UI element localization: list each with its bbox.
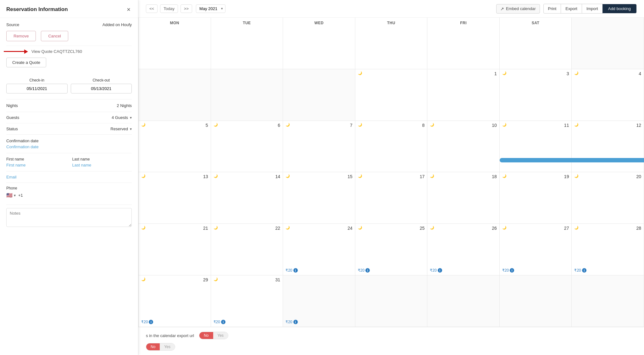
cal-cell-15[interactable]: 🌙 15 xyxy=(283,172,355,224)
price-info-icon[interactable]: i xyxy=(438,268,442,273)
price-info-icon[interactable]: i xyxy=(293,320,298,324)
remove-button[interactable]: Remove xyxy=(6,31,36,41)
status-select[interactable]: Reserved ▾ xyxy=(110,127,132,131)
day-num: 29 xyxy=(203,277,208,282)
cal-cell-28[interactable]: 🌙28 ₹20i xyxy=(572,224,644,275)
cal-cell-31[interactable]: 🌙31 ₹20i xyxy=(211,275,283,327)
action-group: Print Export Import Add booking xyxy=(544,4,636,14)
toggle2-no-button[interactable]: No xyxy=(146,343,160,350)
day-num: 10 xyxy=(492,123,497,128)
nav-group: << Today >> xyxy=(146,4,192,13)
cal-cell-8[interactable]: 🌙 8 xyxy=(355,121,428,172)
night-icon: 🌙 xyxy=(574,226,579,230)
nav-next-button[interactable]: >> xyxy=(180,4,192,13)
cell-top: 🌙 10 xyxy=(430,123,497,128)
toggle1-yes-button[interactable]: Yes xyxy=(213,332,228,339)
cal-cell-24[interactable]: 🌙24 ₹20i xyxy=(283,224,355,275)
guests-select[interactable]: 4 Guests ▾ xyxy=(112,115,132,120)
cal-cell-27[interactable]: 🌙27 ₹20i xyxy=(500,224,572,275)
nav-today-button[interactable]: Today xyxy=(160,4,178,13)
last-name-input[interactable]: Last name xyxy=(72,163,132,167)
checkin-input[interactable] xyxy=(6,84,68,93)
cal-header-tue: TUE xyxy=(211,18,283,69)
embed-calendar-button[interactable]: ↗ Embed calendar xyxy=(496,4,540,14)
price-info-icon[interactable]: i xyxy=(221,320,225,324)
cal-cell-20[interactable]: 🌙20 xyxy=(572,172,644,224)
add-booking-button[interactable]: Add booking xyxy=(602,4,636,13)
cal-cell-13[interactable]: 🌙 13 xyxy=(139,172,211,224)
nights-label: Nights xyxy=(6,103,18,108)
cal-cell-5[interactable]: 🌙 5 xyxy=(139,121,211,172)
cal-cell-1[interactable]: 1 xyxy=(427,69,500,121)
month-select[interactable]: May 2021 xyxy=(196,4,225,13)
price-info-icon[interactable]: i xyxy=(582,268,586,273)
checkout-input[interactable] xyxy=(71,84,132,93)
confirmation-date-row: Confirmation date Confirmation date xyxy=(6,134,132,153)
cal-cell-22[interactable]: 🌙22 xyxy=(211,224,283,275)
cal-cell-fri-w1[interactable]: 🌙 xyxy=(355,69,428,121)
night-icon: 🌙 xyxy=(214,226,218,230)
create-quote-wrapper: Create a Quote xyxy=(6,58,132,73)
day-num: 20 xyxy=(636,174,641,179)
cal-cell-3[interactable]: 🌙 3 xyxy=(500,69,572,121)
import-button[interactable]: Import xyxy=(582,4,603,14)
day-num: 6 xyxy=(278,123,280,128)
price-value: ₹20 xyxy=(502,268,509,273)
day-num: 17 xyxy=(420,174,425,179)
price-info-icon[interactable]: i xyxy=(149,320,153,324)
first-name-input[interactable]: First name xyxy=(6,163,66,167)
notes-textarea[interactable] xyxy=(6,208,132,227)
night-icon: 🌙 xyxy=(358,226,362,230)
cal-cell-21[interactable]: 🌙21 xyxy=(139,224,211,275)
cal-cell-26[interactable]: 🌙26 ₹20i xyxy=(427,224,500,275)
cell-top: 🌙 xyxy=(358,71,425,75)
day-num: 15 xyxy=(347,174,353,179)
night-icon: 🌙 xyxy=(574,174,579,178)
price-info-icon[interactable]: i xyxy=(293,268,298,273)
price-tag-27: ₹20i xyxy=(502,268,514,273)
cal-cell-4[interactable]: 🌙 4 xyxy=(572,69,644,121)
country-flag-select[interactable]: 🇺🇸 ▾ xyxy=(6,192,16,198)
embed-calendar-label: Embed calendar xyxy=(506,6,536,11)
cell-top: 🌙 15 xyxy=(286,174,353,179)
day-num: 4 xyxy=(639,71,641,76)
email-input[interactable]: Email xyxy=(6,175,17,179)
price-info-icon[interactable]: i xyxy=(365,268,370,273)
checkout-field: Check-out xyxy=(71,78,132,93)
red-arrow xyxy=(4,49,28,54)
cell-top: 🌙 12 xyxy=(574,123,641,128)
cal-cell-6[interactable]: 🌙 6 xyxy=(211,121,283,172)
sidebar-body: Source Added on Houfy Remove Cancel View… xyxy=(0,18,138,234)
close-button[interactable]: × xyxy=(125,6,132,13)
guests-value: 4 Guests xyxy=(112,115,128,120)
day-num: 14 xyxy=(275,174,280,179)
create-quote-button[interactable]: Create a Quote xyxy=(6,58,46,67)
cal-cell-19[interactable]: 🌙19 xyxy=(500,172,572,224)
toggle2-yes-button[interactable]: Yes xyxy=(160,343,175,350)
top-bar-left: << Today >> May 2021 ▾ xyxy=(146,4,225,13)
confirmation-date-input[interactable]: Confirmation date xyxy=(6,144,39,149)
print-button[interactable]: Print xyxy=(543,4,561,14)
cal-cell-14[interactable]: 🌙 14 xyxy=(211,172,283,224)
cal-cell-25[interactable]: 🌙25 ₹20i xyxy=(355,224,428,275)
cal-cell-29[interactable]: 🌙29 ₹20i xyxy=(139,275,211,327)
cancel-button[interactable]: Cancel xyxy=(41,31,68,41)
toggle1-no-button[interactable]: No xyxy=(199,332,213,339)
cell-top: 🌙 3 xyxy=(502,71,569,76)
cal-cell-12[interactable]: 🌙 12 xyxy=(572,121,644,172)
view-quote-link[interactable]: View Quote CAQTTZCL760 xyxy=(31,49,82,54)
cal-cell-18[interactable]: 🌙18 xyxy=(427,172,500,224)
cal-cell-10[interactable]: 🌙 10 xyxy=(427,121,500,172)
nav-prev-button[interactable]: << xyxy=(146,4,158,13)
day-num: 19 xyxy=(564,174,569,179)
day-num: 24 xyxy=(347,226,353,231)
booking-bar[interactable] xyxy=(500,158,644,162)
price-info-icon[interactable]: i xyxy=(510,268,514,273)
cal-cell-17[interactable]: 🌙17 xyxy=(355,172,428,224)
cal-cell-7[interactable]: 🌙 7 xyxy=(283,121,355,172)
cal-cell-11[interactable]: 🌙 11 xyxy=(500,121,572,172)
bottom-bar: s in the calendar export url No Yes No Y… xyxy=(138,327,644,355)
night-icon: 🌙 xyxy=(502,174,507,178)
day-num: 31 xyxy=(275,277,280,282)
export-button[interactable]: Export xyxy=(561,4,582,14)
